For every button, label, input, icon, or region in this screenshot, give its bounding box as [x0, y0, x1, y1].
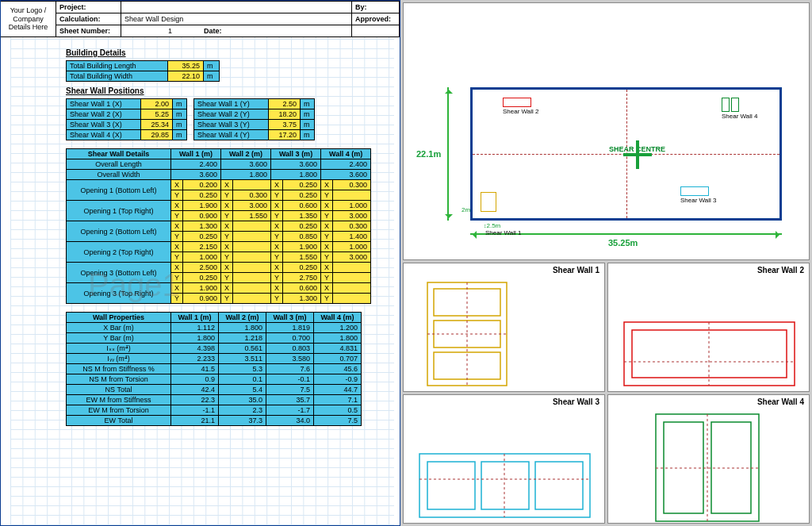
- table-row: NS Total42.45.47.544.7: [67, 385, 362, 395]
- opening-value[interactable]: 1.900: [283, 242, 321, 252]
- opening-value[interactable]: 0.300: [333, 221, 371, 232]
- sw1-y-dim: ↕2.5m: [484, 222, 500, 229]
- opening-value[interactable]: 0.900: [183, 294, 221, 304]
- pos-yval[interactable]: 3.75: [269, 120, 301, 130]
- opening-value[interactable]: 2.500: [183, 263, 221, 273]
- prop-val: 37.3: [219, 416, 266, 426]
- opening-value[interactable]: 1.000: [333, 201, 371, 211]
- opening-value[interactable]: [233, 242, 271, 252]
- opening-value[interactable]: [233, 180, 271, 190]
- opening-value[interactable]: [333, 294, 371, 304]
- opening-label: Opening 2 (Top Right): [67, 242, 171, 263]
- opening-value[interactable]: [233, 263, 271, 273]
- prop-row-label: EW Total: [67, 416, 171, 426]
- opening-value[interactable]: 0.200: [183, 180, 221, 190]
- pos-xval[interactable]: 25.34: [141, 120, 173, 130]
- opening-value[interactable]: [333, 263, 371, 273]
- opening-value[interactable]: 0.250: [283, 221, 321, 232]
- table-row: Shear Wall 1 (X)2.00mShear Wall 1 (Y)2.5…: [67, 99, 315, 109]
- axis-label: Y: [271, 252, 283, 263]
- table-row: Opening 1 (Bottom Left)X0.200XX0.250X0.3…: [67, 180, 371, 190]
- calc-value[interactable]: Shear Wall Design: [121, 13, 352, 25]
- wall-thumbnails: Shear Wall 1 Shear Wall 2: [403, 263, 810, 524]
- ol-1[interactable]: 2.400: [171, 159, 221, 170]
- ol-2[interactable]: 3.600: [221, 159, 271, 170]
- opening-value[interactable]: 0.600: [283, 283, 321, 294]
- opening-value[interactable]: 0.300: [333, 180, 371, 190]
- opening-value[interactable]: 1.000: [333, 242, 371, 252]
- ol-4[interactable]: 2.400: [321, 159, 371, 170]
- opening-value[interactable]: 0.250: [283, 190, 321, 201]
- opening-value[interactable]: 2.750: [283, 273, 321, 283]
- opening-value[interactable]: [333, 283, 371, 294]
- worksheet-panel: Your Logo / Company Details Here Project…: [0, 0, 400, 526]
- pos-yval[interactable]: 18.20: [269, 109, 301, 120]
- pos-xval[interactable]: 2.00: [141, 99, 173, 109]
- pos-xunit: m: [173, 130, 187, 140]
- opening-value[interactable]: 1.000: [183, 252, 221, 263]
- opening-value[interactable]: 0.250: [183, 273, 221, 283]
- ow-4[interactable]: 3.600: [321, 170, 371, 180]
- pos-xval[interactable]: 5.25: [141, 109, 173, 120]
- table-row: Iₓₓ (m⁴)4.3980.5610.8034.831: [67, 344, 362, 354]
- ow-2[interactable]: 1.800: [221, 170, 271, 180]
- opening-value[interactable]: 0.900: [183, 211, 221, 221]
- opening-value[interactable]: [233, 273, 271, 283]
- table-row: Total Building Width 22.10 m: [67, 71, 220, 82]
- opening-value[interactable]: 0.250: [183, 232, 221, 242]
- opening-value[interactable]: 1.900: [183, 283, 221, 294]
- approved-value[interactable]: [352, 25, 400, 36]
- opening-value[interactable]: 1.550: [233, 211, 271, 221]
- sw3-label: Shear Wall 3: [680, 197, 717, 204]
- project-value[interactable]: [121, 1, 352, 13]
- axis-label: Y: [171, 190, 183, 201]
- opening-value[interactable]: 1.300: [183, 221, 221, 232]
- opening-value[interactable]: 0.250: [183, 190, 221, 201]
- bd-length-value[interactable]: 35.25: [168, 61, 204, 71]
- pos-xval[interactable]: 29.85: [141, 130, 173, 140]
- axis-label: Y: [221, 252, 233, 263]
- axis-label: Y: [171, 211, 183, 221]
- pos-yval[interactable]: 17.20: [269, 130, 301, 140]
- opening-value[interactable]: 1.350: [283, 211, 321, 221]
- ow-1[interactable]: 3.600: [171, 170, 221, 180]
- axis-label: X: [321, 180, 333, 190]
- ow-3[interactable]: 1.800: [271, 170, 321, 180]
- opening-value[interactable]: [233, 294, 271, 304]
- opening-value[interactable]: [333, 190, 371, 201]
- approved-label: Approved:: [352, 13, 400, 25]
- opening-value[interactable]: 0.300: [233, 190, 271, 201]
- opening-value[interactable]: 0.850: [283, 232, 321, 242]
- pos-yval[interactable]: 2.50: [269, 99, 301, 109]
- opening-value[interactable]: [233, 252, 271, 263]
- opening-value[interactable]: 2.150: [183, 242, 221, 252]
- opening-value[interactable]: 0.600: [283, 201, 321, 211]
- bd-width-label: Total Building Width: [67, 71, 168, 82]
- prop-val: 5.3: [219, 364, 266, 374]
- prop-val: 7.5: [314, 416, 362, 426]
- axis-label: X: [221, 201, 233, 211]
- opening-value[interactable]: 0.250: [283, 263, 321, 273]
- opening-value[interactable]: 1.900: [183, 201, 221, 211]
- opening-value[interactable]: 1.550: [283, 252, 321, 263]
- pos-xunit: m: [173, 99, 187, 109]
- opening-value[interactable]: [233, 283, 271, 294]
- opening-value[interactable]: [233, 232, 271, 242]
- opening-value[interactable]: 1.400: [333, 232, 371, 242]
- opening-value[interactable]: 1.300: [283, 294, 321, 304]
- opening-value[interactable]: 3.000: [333, 211, 371, 221]
- bd-width-value[interactable]: 22.10: [168, 71, 204, 82]
- prop-val: 2.3: [219, 405, 266, 416]
- opening-value[interactable]: 0.250: [283, 180, 321, 190]
- prop-val: 0.700: [266, 333, 314, 344]
- opening-value[interactable]: 3.000: [333, 252, 371, 263]
- opening-value[interactable]: [233, 221, 271, 232]
- ol-3[interactable]: 3.600: [271, 159, 321, 170]
- mini2-svg: [608, 275, 810, 394]
- opening-value[interactable]: [333, 273, 371, 283]
- opening-value[interactable]: 3.000: [233, 201, 271, 211]
- pcol-4: Wall 4 (m): [314, 313, 362, 323]
- axis-label: X: [221, 242, 233, 252]
- sheet-value[interactable]: 1: [168, 27, 172, 35]
- axis-label: Y: [321, 273, 333, 283]
